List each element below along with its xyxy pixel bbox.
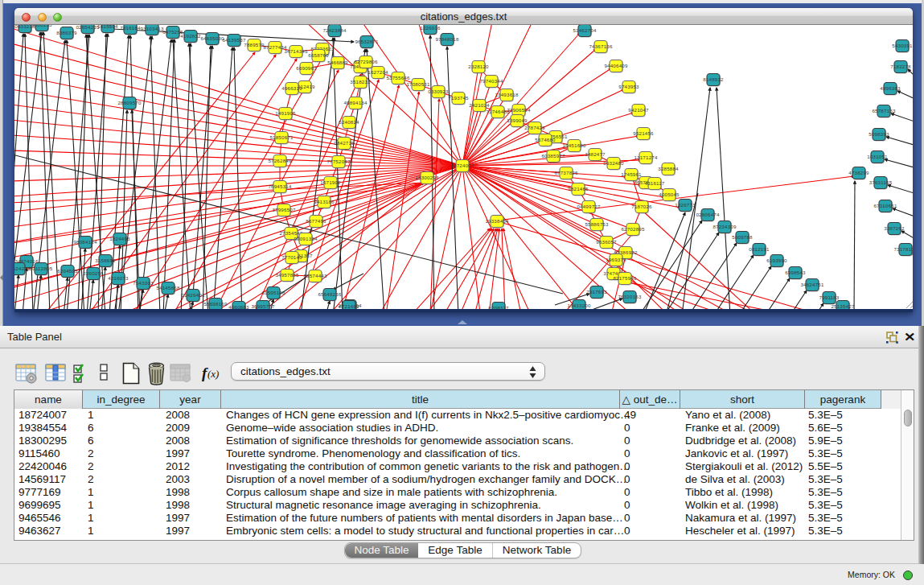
svg-text:85574443: 85574443	[303, 273, 326, 278]
svg-text:53755646: 53755646	[386, 75, 409, 80]
svg-text:5466889: 5466889	[327, 60, 348, 65]
svg-text:82175946: 82175946	[613, 275, 636, 281]
svg-text:25135427: 25135427	[831, 303, 854, 309]
svg-text:72423884: 72423884	[322, 27, 346, 33]
svg-text:02606474: 02606474	[696, 212, 719, 217]
svg-text:51850671: 51850671	[269, 134, 293, 140]
svg-text:1031051: 1031051	[867, 154, 888, 159]
svg-text:7991183: 7991183	[819, 295, 839, 300]
svg-text:4896383: 4896383	[880, 85, 901, 91]
svg-text:4216073: 4216073	[108, 275, 129, 281]
svg-text:3285884: 3285884	[658, 166, 679, 171]
svg-text:4966319: 4966319	[281, 85, 302, 91]
svg-text:4005045: 4005045	[659, 192, 680, 197]
svg-text:02654235: 02654235	[76, 25, 99, 30]
svg-text:9413186: 9413186	[314, 199, 335, 204]
svg-text:8721489: 8721489	[339, 303, 359, 309]
svg-text:34714345: 34714345	[284, 48, 307, 54]
svg-text:9821465: 9821465	[568, 186, 589, 192]
svg-text:97848018: 97848018	[435, 36, 458, 42]
svg-text:9600133: 9600133	[31, 25, 52, 27]
svg-text:37996507: 37996507	[272, 207, 295, 212]
svg-text:0842710: 0842710	[334, 140, 355, 146]
svg-text:54145868: 54145868	[156, 285, 179, 290]
svg-text:65648236: 65648236	[318, 291, 341, 297]
svg-text:6204505: 6204505	[57, 268, 78, 274]
svg-text:76945314: 76945314	[268, 183, 291, 189]
svg-text:13171274: 13171274	[634, 154, 657, 160]
svg-text:98084124: 98084124	[73, 239, 97, 245]
svg-text:3518233: 3518233	[350, 79, 371, 84]
svg-text:4316117: 4316117	[644, 180, 664, 186]
svg-text:4060883: 4060883	[228, 304, 249, 309]
svg-text:1491905: 1491905	[275, 110, 296, 116]
svg-text:94406409: 94406409	[604, 63, 627, 68]
svg-text:55886753: 55886753	[585, 221, 608, 227]
svg-text:80112805: 80112805	[30, 266, 53, 271]
svg-text:76320163: 76320163	[618, 294, 641, 299]
svg-text:3482477: 3482477	[585, 151, 606, 157]
svg-text:36995777: 36995777	[251, 303, 274, 309]
svg-text:62729806: 62729806	[354, 59, 377, 64]
svg-text:77752047: 77752047	[326, 159, 350, 164]
svg-text:0812191: 0812191	[749, 246, 770, 252]
svg-text:1615594: 1615594	[97, 25, 118, 29]
svg-text:93103413: 93103413	[140, 26, 163, 31]
svg-text:7193745: 7193745	[448, 95, 469, 101]
svg-text:55698169: 55698169	[203, 301, 227, 307]
svg-text:1969379: 1969379	[606, 257, 626, 262]
svg-text:6658760: 6658760	[308, 52, 329, 58]
svg-text:37631165: 37631165	[869, 179, 893, 185]
svg-text:9636057: 9636057	[596, 239, 617, 245]
svg-text:7889579: 7889579	[244, 42, 265, 47]
svg-text:8677496: 8677496	[306, 218, 326, 224]
svg-text:1326773: 1326773	[675, 202, 696, 208]
svg-text:2421024: 2421024	[469, 102, 490, 108]
svg-text:67010651: 67010651	[873, 203, 897, 208]
svg-text:5430391: 5430391	[892, 43, 913, 48]
svg-text:73178108: 73178108	[893, 246, 913, 252]
svg-text:64139537: 64139537	[222, 37, 245, 43]
svg-text:01429401: 01429401	[181, 292, 204, 298]
svg-text:6690967: 6690967	[296, 65, 317, 71]
svg-text:64835030: 64835030	[200, 35, 224, 41]
svg-text:60385977: 60385977	[541, 153, 565, 159]
svg-text:9421047: 9421047	[628, 107, 649, 113]
svg-text:2787429: 2787429	[524, 125, 545, 130]
svg-text:18300295: 18300295	[415, 175, 438, 180]
svg-text:9743953: 9743953	[618, 84, 639, 89]
svg-text:6998543: 6998543	[785, 270, 806, 275]
svg-text:18724007: 18724007	[450, 163, 474, 168]
svg-text:2260256: 2260256	[83, 270, 104, 276]
svg-text:3387262: 3387262	[884, 225, 905, 231]
svg-text:61595148: 61595148	[261, 290, 285, 295]
svg-text:5098393: 5098393	[869, 131, 889, 137]
svg-text:51462704: 51462704	[573, 27, 596, 33]
svg-text:13493618: 13493618	[495, 92, 518, 97]
svg-text:96532871: 96532871	[355, 39, 378, 44]
svg-text:99091334: 99091334	[294, 236, 317, 241]
svg-text:7187026: 7187026	[631, 204, 652, 209]
svg-text:34957885: 34957885	[275, 272, 298, 278]
svg-text:19338454: 19338454	[485, 218, 508, 224]
svg-text:71906594: 71906594	[507, 107, 530, 113]
svg-text:15451680: 15451680	[562, 142, 585, 148]
svg-text:3158692: 3158692	[95, 257, 116, 263]
svg-text:67737826: 67737826	[554, 170, 577, 175]
svg-text:17080531: 17080531	[406, 81, 429, 87]
svg-text:13433200: 13433200	[567, 303, 590, 308]
svg-text:0330923: 0330923	[428, 89, 449, 94]
svg-text:(x): (x)	[207, 368, 219, 380]
svg-text:7543303: 7543303	[133, 280, 154, 286]
svg-text:74367136: 74367136	[589, 43, 612, 49]
svg-text:1226916: 1226916	[420, 25, 441, 31]
svg-text:00524278: 00524278	[14, 266, 31, 271]
svg-text:8708317: 8708317	[488, 305, 509, 309]
svg-text:1399049: 1399049	[507, 117, 528, 123]
svg-text:6193990: 6193990	[766, 257, 787, 263]
svg-text:49894134: 49894134	[343, 100, 367, 105]
svg-text:8148932: 8148932	[703, 76, 724, 82]
svg-text:5674680: 5674680	[535, 137, 556, 142]
svg-text:7816184: 7816184	[120, 25, 141, 31]
svg-text:8386379: 8386379	[56, 30, 77, 35]
